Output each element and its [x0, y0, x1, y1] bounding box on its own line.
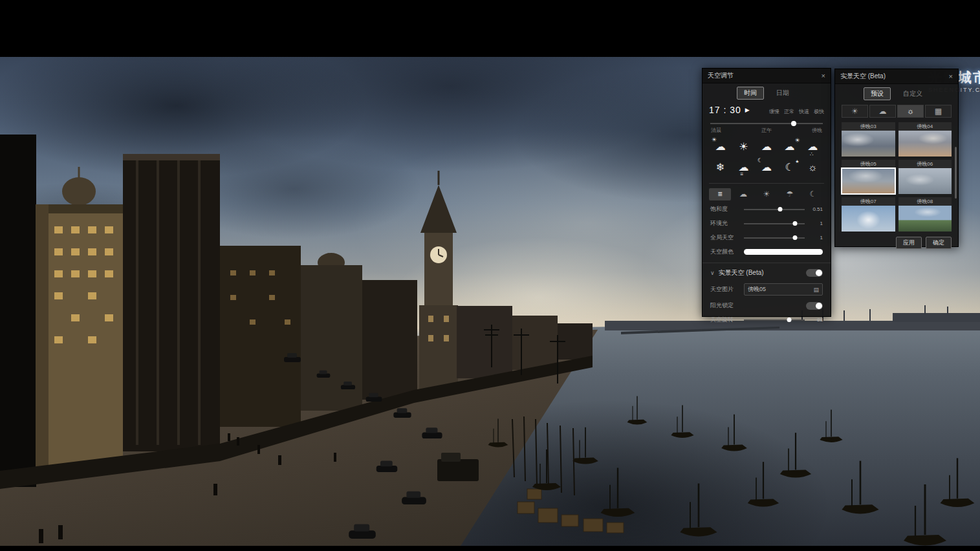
sun-lock-toggle[interactable]	[806, 302, 823, 310]
tab-custom[interactable]: 自定义	[896, 87, 930, 100]
sky-thumbnail-image[interactable]	[898, 131, 952, 157]
category-sunset-icon[interactable]: ☼	[897, 105, 924, 118]
browse-icon[interactable]: ▤	[813, 286, 819, 293]
mode-tab-rain-icon[interactable]: ☂	[779, 188, 801, 200]
bottom-letterbox-bar	[0, 546, 980, 551]
weather-sunny[interactable]: ☀	[735, 140, 752, 153]
weather-overcast[interactable]: ☀☁	[781, 140, 798, 153]
speed-slow[interactable]: 缓慢	[769, 108, 779, 115]
sky-rotation-slider[interactable]	[744, 319, 805, 321]
tab-date[interactable]: 日期	[769, 87, 796, 100]
weather-moon-cloud[interactable]: ☾☁	[758, 161, 775, 174]
time-slider-thumb[interactable]	[791, 121, 796, 126]
preset-custom-tabs: 预设 自定义	[835, 84, 958, 103]
speed-very-fast[interactable]: 极快	[814, 108, 824, 115]
mode-tabs: ≡ ☁ ☀ ☂ ☾	[709, 183, 824, 200]
tab-time[interactable]: 时间	[737, 87, 764, 100]
sky-thumbnail-image[interactable]	[842, 168, 895, 194]
mode-tab-sun-icon[interactable]: ☀	[756, 188, 778, 200]
time-row: 17 : 30 ▶ 缓慢 正常 快速 极快	[702, 102, 831, 116]
time-slider-labels: 清晨 正午 傍晚	[710, 127, 823, 134]
weather-grid: ☀☁ ☀ ☁ ☀☁ ∴☁ ❄ ≡☁ ☾☁ ★☾ ☼	[702, 134, 831, 178]
cityscape-render	[0, 57, 980, 546]
tab-preset[interactable]: 预设	[864, 87, 891, 100]
global-sky-row: 全局天空 1	[702, 230, 831, 244]
mode-tab-list-icon[interactable]: ≡	[709, 188, 731, 200]
time-of-day-slider: 清晨 正午 傍晚	[702, 116, 831, 134]
play-icon[interactable]: ▶	[745, 107, 750, 113]
sky-rotation-thumb[interactable]	[787, 318, 791, 322]
sky-thumbnail-grid: 傍晚03 傍晚04 傍晚05 傍晚06 傍晚07 傍晚08	[835, 119, 958, 234]
sky-thumbnail-image[interactable]	[842, 131, 895, 157]
speed-fast[interactable]: 快速	[799, 108, 809, 115]
apply-button[interactable]: 应用	[896, 237, 922, 249]
mode-tab-moon-icon[interactable]: ☾	[802, 188, 824, 200]
category-sun-icon[interactable]: ☀	[842, 105, 868, 118]
application-window: 光辉城市 SHEENCITY.C 天空调节 × 时间 日期 17 : 30 ▶ …	[0, 0, 980, 551]
sky-color-swatch[interactable]	[744, 249, 823, 255]
sky-thumbnail-image[interactable]	[898, 206, 952, 232]
sky-thumbnail-selected[interactable]: 傍晚05	[842, 160, 895, 194]
close-icon[interactable]: ×	[822, 72, 825, 80]
real-sky-panel-header[interactable]: 实景天空 (Beta) ×	[835, 69, 958, 84]
ambient-light-slider[interactable]	[744, 223, 805, 224]
sky-rotation-value: 88	[810, 317, 823, 323]
mode-tab-cloud-icon[interactable]: ☁	[732, 188, 754, 200]
global-sky-thumb[interactable]	[792, 235, 797, 240]
speed-normal[interactable]: 正常	[784, 108, 794, 115]
sky-rotation-label: 天空旋转	[710, 316, 739, 324]
global-sky-slider[interactable]	[744, 237, 805, 239]
weather-sun-cloud[interactable]: ☀☁	[712, 140, 729, 153]
category-cloud-icon[interactable]: ☁	[869, 105, 896, 118]
saturation-value: 0.51	[810, 206, 823, 212]
weather-starry[interactable]: ☼	[804, 161, 821, 174]
weather-night[interactable]: ★☾	[781, 161, 798, 174]
chevron-down-icon[interactable]: ∨	[710, 270, 715, 276]
viewport-3d[interactable]: 光辉城市 SHEENCITY.C	[0, 57, 980, 546]
weather-fog[interactable]: ≡☁	[735, 161, 752, 174]
sky-image-value: 傍晚05	[748, 285, 766, 294]
sky-thumbnail-image[interactable]	[842, 206, 895, 232]
real-sky-section-row: ∨ 实景天空 (Beta)	[702, 263, 831, 280]
global-sky-value: 1	[810, 235, 823, 241]
sky-image-row: 天空图片 傍晚05 ▤	[702, 280, 831, 298]
saturation-thumb[interactable]	[778, 207, 783, 211]
close-icon[interactable]: ×	[949, 73, 953, 80]
sky-thumbnail[interactable]: 傍晚07	[842, 197, 895, 232]
weather-cloudy[interactable]: ☁	[758, 140, 775, 153]
sky-image-dropdown[interactable]: 傍晚05 ▤	[744, 283, 823, 296]
label-noon[interactable]: 正午	[761, 127, 772, 134]
scrollbar[interactable]	[955, 147, 957, 199]
time-slider-track[interactable]	[710, 123, 823, 124]
category-grid-icon[interactable]: ▦	[925, 105, 952, 118]
sky-adjust-panel: 天空调节 × 时间 日期 17 : 30 ▶ 缓慢 正常 快速 极快 清晨 正午	[702, 68, 831, 317]
weather-snow[interactable]: ❄	[712, 161, 729, 174]
panel-title: 天空调节	[708, 71, 734, 80]
time-date-tabs: 时间 日期	[702, 83, 831, 102]
ambient-light-value: 1	[810, 221, 823, 226]
global-sky-label: 全局天空	[710, 233, 739, 242]
sky-thumbnail[interactable]: 傍晚04	[898, 122, 952, 157]
ambient-light-thumb[interactable]	[792, 221, 797, 226]
time-display: 17 : 30	[709, 105, 741, 115]
weather-rain[interactable]: ∴☁	[804, 140, 821, 153]
sky-thumbnail[interactable]: 傍晚08	[898, 197, 952, 232]
sky-rotation-row: 天空旋转 88	[702, 312, 831, 327]
label-morning[interactable]: 清晨	[711, 127, 721, 134]
speed-options: 缓慢 正常 快速 极快	[769, 108, 824, 115]
sky-adjust-panel-header[interactable]: 天空调节 ×	[702, 69, 831, 83]
sky-thumbnail[interactable]: 傍晚03	[842, 122, 895, 157]
real-sky-panel: 实景天空 (Beta) × 预设 自定义 ☀ ☁ ☼ ▦ 傍晚03 傍晚04 傍…	[834, 69, 959, 247]
real-sky-section-label: 实景天空 (Beta)	[719, 268, 802, 277]
confirm-button[interactable]: 确定	[926, 237, 952, 249]
panel-title: 实景天空 (Beta)	[840, 72, 886, 81]
sun-lock-label: 阳光锁定	[710, 301, 801, 310]
ambient-light-row: 环境光 1	[702, 216, 831, 230]
saturation-row: 饱和度 0.51	[702, 202, 831, 216]
real-sky-toggle[interactable]	[806, 269, 823, 277]
sky-color-row: 天空颜色	[702, 244, 831, 259]
sky-thumbnail[interactable]: 傍晚06	[898, 160, 952, 194]
sky-thumbnail-image[interactable]	[898, 168, 952, 194]
saturation-slider[interactable]	[744, 209, 805, 210]
label-evening[interactable]: 傍晚	[812, 127, 822, 134]
